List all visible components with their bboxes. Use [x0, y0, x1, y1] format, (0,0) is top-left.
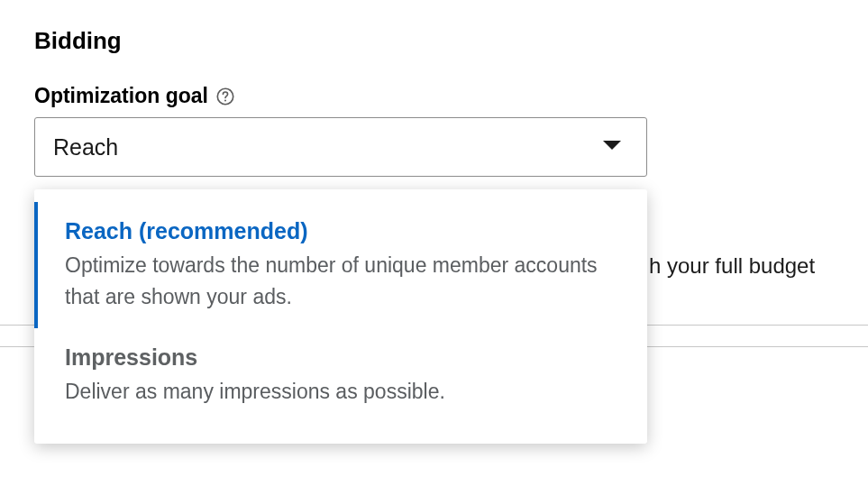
divider: [0, 325, 34, 326]
background-helper-text: h your full budget: [649, 253, 815, 279]
option-desc: Optimize towards the number of unique me…: [65, 250, 622, 312]
section-title: Bidding: [34, 27, 868, 55]
optimization-goal-select[interactable]: Reach: [34, 117, 647, 177]
dropdown-option-reach[interactable]: Reach (recommended) Optimize towards the…: [34, 202, 647, 328]
help-icon[interactable]: [215, 87, 235, 106]
option-title: Impressions: [65, 344, 622, 371]
chevron-down-icon: [601, 139, 623, 155]
dropdown-option-impressions[interactable]: Impressions Deliver as many impressions …: [34, 328, 647, 424]
option-desc: Deliver as many impressions as possible.: [65, 376, 622, 408]
divider: [0, 346, 34, 347]
option-title: Reach (recommended): [65, 218, 622, 244]
select-value: Reach: [53, 134, 118, 161]
divider: [647, 325, 868, 326]
field-label-row: Optimization goal: [34, 84, 868, 108]
optimization-goal-dropdown: Reach (recommended) Optimize towards the…: [34, 189, 647, 444]
svg-point-1: [224, 99, 226, 101]
divider: [647, 346, 868, 347]
field-label: Optimization goal: [34, 84, 208, 108]
optimization-goal-select-container: Reach Reach (recommended) Optimize towar…: [34, 117, 647, 177]
